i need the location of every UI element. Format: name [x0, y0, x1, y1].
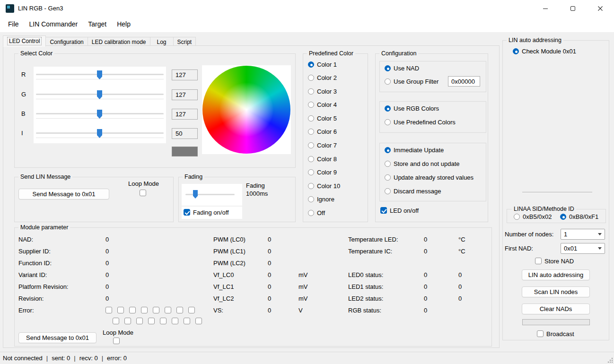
color-wheel[interactable] — [202, 66, 290, 154]
send-message-button[interactable]: Send Message to 0x01 — [18, 189, 109, 199]
param-value2: 0 — [458, 271, 462, 278]
scan-lin-nodes-button[interactable]: Scan LIN nodes — [522, 286, 590, 297]
send-lin-message-title: Send LIN Message — [18, 173, 72, 181]
predefined-color-title: Predefined Color — [307, 50, 355, 57]
nad-option-box: Use NAD Use Group Filter — [379, 61, 486, 92]
check-module-option[interactable]: Check Module 0x01 — [513, 47, 576, 55]
status-error: error: 0 — [107, 355, 127, 362]
close-button[interactable] — [587, 0, 614, 17]
param-row: NAD:0 — [18, 234, 141, 245]
predefined-option-color-2[interactable]: Color 2 — [308, 74, 340, 82]
configuration-group: Configuration Use NAD Use Group Filter U… — [375, 53, 488, 222]
error-bit-checkbox[interactable] — [188, 307, 195, 313]
store-nad-option[interactable]: Store NAD — [535, 257, 574, 265]
predefined-option-color-8[interactable]: Color 8 — [308, 155, 340, 163]
use-rgb-colors-option[interactable]: Use RGB Colors — [385, 104, 456, 112]
error-bit-checkbox[interactable] — [184, 318, 190, 324]
loop-mode-checkbox[interactable] — [140, 190, 146, 196]
group-filter-input[interactable] — [448, 76, 480, 87]
menu-file[interactable]: File — [3, 17, 24, 32]
param-row: Vf_LC00mV — [213, 269, 341, 281]
radio-icon — [308, 75, 314, 81]
led-onoff-option[interactable]: LED on/off — [380, 207, 419, 214]
slider-value-g[interactable]: 127 — [172, 89, 198, 100]
option-label: Color 1 — [317, 61, 337, 68]
error-bit-checkbox[interactable] — [113, 318, 119, 324]
store-not-update-option[interactable]: Store and do not update — [385, 160, 474, 167]
maximize-button[interactable] — [559, 0, 587, 17]
predefined-color-group: Predefined Color Color 1 Color 2 Color 3… — [303, 53, 368, 222]
error-bit-checkbox[interactable] — [129, 307, 136, 313]
param-label: VS: — [213, 307, 268, 314]
radio-icon — [385, 147, 391, 153]
param-row: LED2 status:00 — [348, 293, 485, 304]
param-value: 0 — [268, 307, 298, 314]
menu-lin-commander[interactable]: LIN Commander — [24, 17, 83, 32]
option-label: Color 3 — [317, 88, 337, 95]
predefined-option-color-5[interactable]: Color 5 — [308, 114, 340, 122]
status-sent: sent: 0 — [52, 355, 70, 362]
error-bit-checkbox[interactable] — [195, 318, 202, 324]
error-bit-checkbox[interactable] — [141, 307, 148, 313]
predefined-option-color-3[interactable]: Color 3 — [308, 87, 340, 95]
use-group-filter-option[interactable]: Use Group Filter — [385, 78, 439, 85]
param-row — [348, 257, 485, 269]
error-bit-checkbox[interactable] — [148, 318, 155, 324]
predefined-option-color-1[interactable]: Color 1 — [308, 61, 340, 68]
minimize-button[interactable] — [532, 0, 559, 17]
status-connection: Not connected — [3, 355, 43, 362]
menu-help[interactable]: Help — [112, 17, 136, 32]
tab-led-control[interactable]: LED Control — [3, 35, 46, 47]
number-of-nodes-combo[interactable]: 1 — [561, 229, 605, 240]
radio-icon — [308, 115, 314, 121]
error-bit-checkbox[interactable] — [117, 307, 124, 313]
fading-onoff-option[interactable]: Fading on/off — [184, 208, 229, 216]
first-nad-combo[interactable]: 0x01 — [561, 243, 605, 254]
option-label: 0xB8/0xF1 — [569, 213, 598, 220]
slider-value-r[interactable]: 127 — [172, 69, 198, 80]
predefined-option-color-9[interactable]: Color 9 — [308, 169, 340, 176]
discard-message-option[interactable]: Discard message — [385, 187, 474, 195]
update-mode-options: Immediate Update Store and do not update… — [385, 146, 474, 195]
store-nad-checkbox[interactable] — [535, 258, 542, 264]
slider-value-i[interactable]: 50 — [172, 128, 198, 139]
sid-option-b8[interactable]: 0xB8/0xF1 — [560, 213, 598, 220]
predefined-option-color-4[interactable]: Color 4 — [308, 101, 340, 109]
error-bit-checkbox[interactable] — [172, 318, 178, 324]
param-row: Platform Revision:0 — [18, 281, 141, 293]
predefined-option-off[interactable]: Off — [308, 209, 340, 217]
broadcast-checkbox[interactable] — [537, 330, 544, 337]
lin-auto-addressing-button[interactable]: LIN auto addressing — [522, 269, 590, 280]
error-bit-checkbox[interactable] — [176, 307, 183, 313]
param-row: Temperature LED:0°C — [348, 234, 485, 245]
error-bit-checkbox[interactable] — [105, 307, 112, 313]
predefined-option-ignore[interactable]: Ignore — [308, 196, 340, 203]
predefined-option-color-7[interactable]: Color 7 — [308, 142, 340, 149]
use-nad-option[interactable]: Use NAD — [385, 64, 439, 72]
slider-value-b[interactable]: 127 — [172, 109, 198, 120]
use-predefined-colors-option[interactable]: Use Predefined Colors — [385, 118, 456, 126]
slider-label-b: B — [21, 110, 31, 117]
error-bit-checkbox[interactable] — [160, 318, 167, 324]
clear-nads-button[interactable]: Clear NADs — [522, 303, 590, 314]
module-loop-mode-checkbox[interactable] — [113, 338, 120, 344]
param-row: LED1 status:00 — [348, 281, 485, 293]
resize-grip[interactable] — [607, 357, 613, 363]
broadcast-option[interactable]: Broadcast — [537, 330, 574, 338]
menu-target[interactable]: Target — [83, 17, 112, 32]
fading-slider-track[interactable] — [185, 194, 235, 195]
module-send-message-button[interactable]: Send Message to 0x01 — [18, 332, 96, 343]
radio-icon — [308, 169, 314, 175]
error-bit-checkbox[interactable] — [153, 307, 159, 313]
immediate-update-option[interactable]: Immediate Update — [385, 146, 474, 154]
fading-onoff-checkbox[interactable] — [184, 209, 190, 216]
error-bit-checkbox[interactable] — [124, 318, 131, 324]
error-bit-checkbox[interactable] — [136, 318, 143, 324]
predefined-option-color-10[interactable]: Color 10 — [308, 182, 340, 190]
error-bit-checkbox[interactable] — [165, 307, 171, 313]
status-separator: | — [74, 355, 75, 362]
predefined-option-color-6[interactable]: Color 6 — [308, 128, 340, 136]
led-onoff-checkbox[interactable] — [380, 207, 387, 214]
update-stored-values-option[interactable]: Update already stored values — [385, 173, 474, 181]
sid-option-b5[interactable]: 0xB5/0x02 — [514, 213, 552, 220]
